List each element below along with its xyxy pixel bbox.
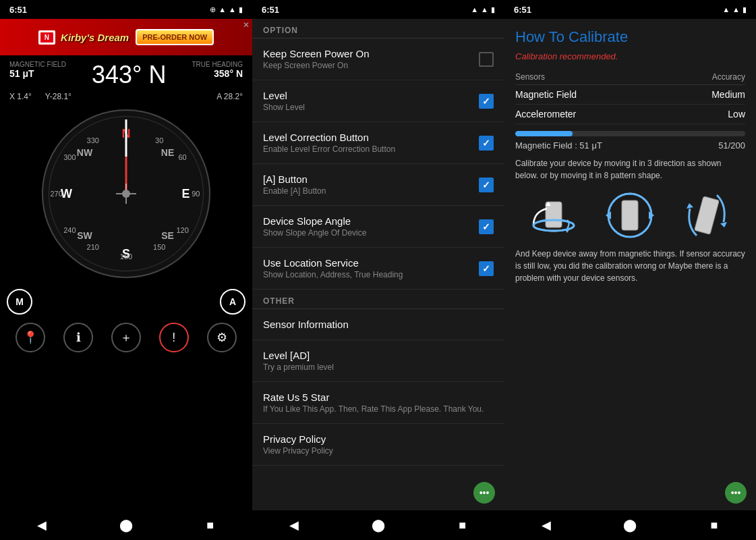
recent-nav-c[interactable]: ■ [703, 514, 725, 536]
deg-180: 180 [120, 252, 132, 261]
back-nav-s[interactable]: ◀ [283, 514, 305, 536]
true-heading-info: TRUE HEADING 358° N [192, 61, 243, 89]
slope-angle-checkbox[interactable] [479, 219, 494, 234]
mag-field-value: 51/200 [718, 140, 745, 151]
nav-bar-compass: ◀ ⬤ ■ [0, 510, 252, 540]
keep-screen-checkbox[interactable] [479, 52, 494, 67]
setting-keep-screen[interactable]: Keep Screen Power On Keep Screen Power O… [252, 38, 504, 80]
home-nav-s[interactable]: ⬤ [368, 514, 389, 536]
level-correction-subtitle: Enable Level Error Correction Button [263, 144, 395, 154]
sensors-table: Sensors Accuracy Magnetic Field Medium A… [515, 70, 745, 124]
rotate-flat-icon [527, 188, 581, 242]
ad-close-icon[interactable]: ✕ [243, 20, 250, 30]
privacy-policy-title: Privacy Policy [263, 433, 494, 445]
svg-rect-9 [695, 196, 720, 234]
ad-cta-button[interactable]: PRE-ORDER NOW [136, 29, 214, 45]
direction-NW: NW [77, 147, 92, 158]
rate-us-subtitle: If You Like This App. Then, Rate This Ap… [263, 404, 494, 414]
settings-button[interactable]: ⚙ [207, 323, 237, 352]
sensors-header: Sensors [515, 70, 664, 85]
recent-nav-s[interactable]: ■ [452, 514, 473, 536]
other-sensor-info[interactable]: Sensor Information [252, 309, 504, 340]
a-button-checkbox[interactable] [479, 178, 494, 192]
settings-panel: 6:51 ▲ ▲ ▮ OPTION Keep Screen Power On K… [252, 0, 504, 540]
deg-150: 150 [153, 243, 165, 251]
compass-bottom-row: M A [0, 285, 252, 319]
keep-screen-title: Keep Screen Power On [263, 48, 370, 59]
calibrate-content: How To Calibrate Calibration recommended… [504, 19, 756, 540]
status-bar-compass: 6:51 ⊕ ▲ ▲ ▮ [0, 0, 252, 19]
direction-SE: SE [161, 230, 174, 241]
slope-angle-subtitle: Show Slope Angle Of Device [263, 228, 366, 238]
alert-button[interactable]: ! [159, 323, 189, 352]
deg-300: 300 [63, 153, 76, 161]
level-correction-checkbox[interactable] [479, 136, 494, 151]
level-checkbox[interactable] [479, 94, 494, 109]
ad-banner[interactable]: N Kirby's Dream PRE-ORDER NOW ✕ [0, 19, 252, 55]
true-heading-value: 358° N [192, 68, 243, 79]
home-nav[interactable]: ⬤ [115, 514, 137, 536]
status-icons-compass: ⊕ ▲ ▲ ▮ [210, 5, 243, 14]
other-level-ad[interactable]: Level [AD] Try a premium level [252, 340, 504, 382]
add-button[interactable]: ＋ [111, 323, 141, 352]
setting-location-service[interactable]: Use Location Service Show Location, Addr… [252, 248, 504, 290]
other-rate-us[interactable]: Rate Us 5 Star If You Like This App. The… [252, 382, 504, 424]
back-nav-c[interactable]: ◀ [535, 514, 557, 536]
level-ad-subtitle: Try a premium level [263, 362, 494, 372]
accuracy-header: Accuracy [664, 70, 745, 85]
keep-screen-subtitle: Keep Screen Power On [263, 61, 370, 70]
deg-270: 270 [50, 190, 62, 198]
signal-icon: ▲ [219, 5, 226, 14]
rotate-circle-icon [603, 188, 657, 242]
svg-marker-10 [720, 222, 727, 227]
setting-level-correction[interactable]: Level Correction Button Enable Level Err… [252, 122, 504, 164]
home-nav-c[interactable]: ⬤ [619, 514, 641, 536]
wifi-icon-c: ▲ [722, 5, 730, 14]
battery-icon-s: ▮ [491, 5, 495, 14]
level-title: Level [263, 90, 305, 101]
level-subtitle: Show Level [263, 103, 305, 112]
mag-field-row: Magnetic Field : 51 μT 51/200 [515, 140, 745, 151]
level-ad-title: Level [AD] [263, 350, 494, 361]
calibrate-title: How To Calibrate [515, 28, 745, 46]
info-button[interactable]: ℹ [63, 323, 93, 352]
recent-nav[interactable]: ■ [200, 514, 221, 536]
section-other-label: OTHER [252, 290, 504, 309]
a-button-title: [A] Button [263, 173, 326, 185]
compass-panel: 6:51 ⊕ ▲ ▲ ▮ N Kirby's Dream PRE-ORDER N… [0, 0, 252, 540]
ad-title: Kirby's Dream [61, 32, 129, 43]
nav-bar-calibrate: ◀ ⬤ ■ [504, 510, 756, 540]
location-button[interactable]: 📍 [16, 323, 45, 352]
deg-90: 90 [192, 190, 200, 198]
x-value: X 1.4° [9, 92, 32, 101]
battery-icon: ▮ [239, 5, 243, 14]
true-heading-label: TRUE HEADING [192, 61, 243, 68]
time-calibrate: 6:51 [514, 5, 531, 15]
svg-marker-11 [687, 203, 693, 209]
setting-a-button[interactable]: [A] Button Enable [A] Button [252, 164, 504, 206]
calibration-progress-bar [515, 131, 745, 136]
status-icons-calibrate: ▲ ▲ ▮ [722, 5, 747, 14]
fab-button[interactable]: ••• [473, 482, 495, 504]
setting-level[interactable]: Level Show Level [252, 80, 504, 122]
signal-icon-s: ▲ [481, 5, 488, 14]
calibration-progress-fill [515, 131, 573, 136]
privacy-policy-subtitle: View Privacy Policy [263, 446, 494, 456]
status-icons-settings: ▲ ▲ ▮ [471, 5, 495, 14]
status-bar-settings: 6:51 ▲ ▲ ▮ [252, 0, 504, 19]
setting-slope-angle[interactable]: Device Slope Angle Show Slope Angle Of D… [252, 206, 504, 248]
back-nav[interactable]: ◀ [31, 514, 53, 536]
other-privacy-policy[interactable]: Privacy Policy View Privacy Policy [252, 424, 504, 466]
direction-NE: NE [161, 147, 174, 158]
m-button[interactable]: M [7, 289, 32, 315]
location-service-checkbox[interactable] [479, 261, 494, 276]
wifi-icon: ▲ [229, 5, 236, 14]
status-bar-calibrate: 6:51 ▲ ▲ ▮ [504, 0, 756, 19]
svg-rect-6 [622, 200, 638, 230]
a-button[interactable]: A [220, 289, 245, 315]
table-row: Magnetic Field Medium [515, 85, 745, 105]
calibrate-panel: 6:51 ▲ ▲ ▮ How To Calibrate Calibration … [504, 0, 756, 540]
fab-button-c[interactable]: ••• [725, 482, 747, 504]
magnetic-field-accuracy: Medium [664, 85, 745, 105]
a-value: A 28.2° [216, 92, 243, 101]
